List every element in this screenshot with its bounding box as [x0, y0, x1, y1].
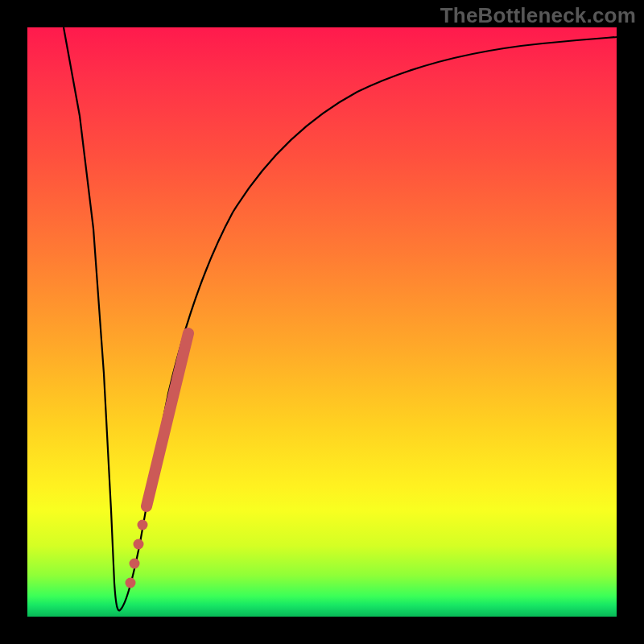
highlight-dot: [126, 578, 136, 588]
chart-svg: [27, 27, 617, 617]
chart-frame: TheBottleneck.com: [0, 0, 644, 644]
highlight-dot: [130, 559, 140, 569]
highlight-segment: [147, 333, 188, 506]
highlight-dot: [134, 539, 144, 550]
highlight-dot: [138, 520, 148, 530]
plot-area: [27, 27, 617, 617]
watermark-text: TheBottleneck.com: [440, 3, 636, 28]
